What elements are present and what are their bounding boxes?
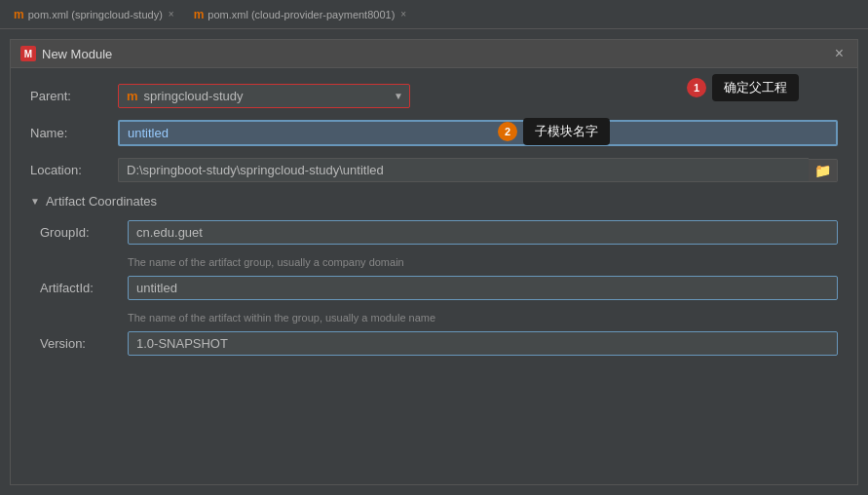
folder-icon: 📁 bbox=[814, 163, 831, 178]
browse-folder-button[interactable]: 📁 bbox=[809, 159, 838, 182]
tab-1-close[interactable]: × bbox=[169, 9, 174, 19]
dialog-background: M New Module × 1 确定父工程 Parent: m springc… bbox=[0, 29, 868, 495]
version-label: Version: bbox=[40, 336, 128, 351]
artifact-fields: GroupId: The name of the artifact group,… bbox=[30, 220, 838, 356]
location-input[interactable] bbox=[118, 158, 809, 182]
name-control bbox=[118, 120, 838, 146]
groupid-control bbox=[128, 220, 838, 245]
parent-label: Parent: bbox=[30, 89, 118, 103]
groupid-input[interactable] bbox=[128, 220, 838, 245]
groupid-label: GroupId: bbox=[40, 225, 128, 240]
location-wrap: 📁 bbox=[118, 158, 838, 182]
artifactid-row: ArtifactId: bbox=[40, 276, 838, 300]
annotation-2: 2 子模块名字 bbox=[498, 118, 610, 145]
name-label: Name: bbox=[30, 126, 118, 140]
tab-2-close[interactable]: × bbox=[400, 9, 406, 19]
tab-1[interactable]: m pom.xml (springcloud-study) × bbox=[4, 4, 184, 25]
tab-2-icon: m bbox=[194, 8, 205, 21]
parent-dropdown[interactable]: m springcloud-study ▼ bbox=[118, 84, 410, 108]
annotation-2-bubble: 子模块名字 bbox=[523, 118, 610, 145]
version-row: Version: bbox=[40, 331, 838, 356]
version-input[interactable] bbox=[128, 331, 838, 356]
tab-1-icon: m bbox=[14, 8, 24, 21]
artifactid-input[interactable] bbox=[128, 276, 838, 300]
close-button[interactable]: × bbox=[831, 46, 848, 61]
annotation-2-number: 2 bbox=[498, 122, 517, 141]
artifact-section: ▼ Artifact Coordinates GroupId: The name… bbox=[30, 194, 838, 356]
version-control bbox=[128, 331, 838, 356]
name-input[interactable] bbox=[118, 120, 838, 146]
title-left: M New Module bbox=[20, 46, 112, 61]
tab-1-label: pom.xml (springcloud-study) bbox=[28, 9, 163, 20]
dialog-title: New Module bbox=[42, 47, 112, 61]
location-label: Location: bbox=[30, 163, 118, 177]
annotation-1-bubble: 确定父工程 bbox=[712, 74, 799, 101]
dialog-icon: M bbox=[20, 46, 36, 61]
dialog-body: 1 确定父工程 Parent: m springcloud-study ▼ Na… bbox=[11, 68, 857, 484]
new-module-dialog: M New Module × 1 确定父工程 Parent: m springc… bbox=[10, 39, 858, 485]
parent-dropdown-icon: m bbox=[127, 89, 138, 103]
location-row: Location: 📁 bbox=[30, 158, 838, 182]
groupid-help: The name of the artifact group, usually … bbox=[128, 256, 838, 268]
section-arrow: ▼ bbox=[30, 196, 40, 207]
tab-2[interactable]: m pom.xml (cloud-provider-payment8001) × bbox=[184, 4, 379, 25]
dropdown-arrow: ▼ bbox=[394, 91, 403, 101]
artifactid-help: The name of the artifact within the grou… bbox=[128, 312, 838, 324]
artifact-section-header[interactable]: ▼ Artifact Coordinates bbox=[30, 194, 838, 209]
annotation-1: 1 确定父工程 bbox=[687, 74, 799, 101]
parent-dropdown-value: springcloud-study bbox=[144, 89, 244, 103]
dialog-title-bar: M New Module × bbox=[11, 40, 857, 68]
tab-2-label: pom.xml (cloud-provider-payment8001) bbox=[208, 9, 395, 20]
annotation-1-number: 1 bbox=[687, 78, 706, 97]
artifactid-label: ArtifactId: bbox=[40, 281, 128, 295]
dialog-icon-label: M bbox=[24, 49, 32, 59]
artifact-section-title: Artifact Coordinates bbox=[46, 194, 157, 209]
name-row: Name: 2 子模块名字 bbox=[30, 120, 838, 146]
groupid-row: GroupId: bbox=[40, 220, 838, 245]
tab-bar: m pom.xml (springcloud-study) × m pom.xm… bbox=[0, 0, 868, 29]
artifactid-control bbox=[128, 276, 838, 300]
